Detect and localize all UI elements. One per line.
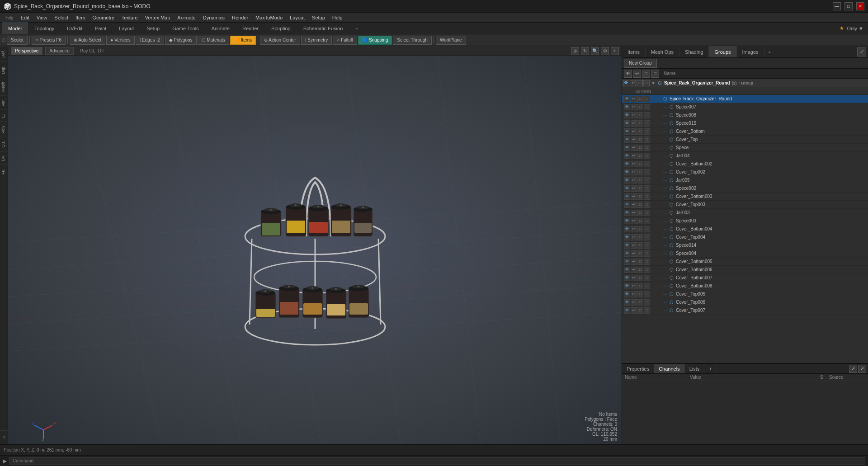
item-box-btn-2[interactable]: □ — [644, 202, 650, 208]
item-expand[interactable]: — — [663, 219, 667, 223]
root-box-btn-2[interactable]: □ — [643, 80, 650, 86]
item-box-btn-2[interactable]: □ — [644, 218, 650, 224]
item-eye-btn[interactable]: 👁 — [624, 96, 630, 102]
item-back-btn[interactable]: ↩ — [631, 161, 637, 167]
sidebar-tab-fu[interactable]: Fu. — [0, 165, 8, 178]
item-expand[interactable]: — — [663, 211, 667, 215]
rp-tab-groups[interactable]: Groups — [709, 46, 736, 57]
tree-item-spece014[interactable]: 👁 ↩ □ □ — ⬡ Spece014 — [622, 241, 868, 249]
item-eye-btn[interactable]: 👁 — [624, 153, 630, 159]
menu-setup[interactable]: Setup — [308, 13, 329, 23]
item-back-btn[interactable]: ↩ — [631, 275, 637, 281]
item-box-btn-2[interactable]: □ — [644, 177, 650, 184]
item-expand[interactable]: — — [663, 251, 667, 256]
item-box-btn-1[interactable]: □ — [637, 120, 644, 127]
item-back-btn[interactable]: ↩ — [631, 267, 637, 273]
root-back-btn[interactable]: ↩ — [630, 80, 636, 86]
sculpt-button[interactable]: Sculpt — [7, 36, 28, 45]
tree-item-spece[interactable]: 👁 ↩ □ □ — ⬡ Spece — [622, 144, 868, 152]
auto-select-button[interactable]: ⊕ Auto Select — [70, 36, 105, 45]
item-expand[interactable]: — — [663, 227, 667, 231]
item-eye-btn[interactable]: 👁 — [624, 193, 630, 200]
item-eye-btn[interactable]: 👁 — [624, 299, 630, 306]
item-eye-btn[interactable]: 👁 — [624, 161, 630, 167]
item-box-btn-2[interactable]: □ — [644, 112, 650, 118]
item-box-btn-2[interactable]: □ — [644, 96, 650, 102]
item-box-btn-2[interactable]: □ — [644, 185, 650, 192]
gi-square-btn-2[interactable]: □ — [651, 70, 659, 78]
rp-tab-shading[interactable]: Shading — [679, 46, 709, 57]
item-box-btn-2[interactable]: □ — [644, 275, 650, 281]
menu-view[interactable]: View — [33, 13, 51, 23]
item-back-btn[interactable]: ↩ — [631, 259, 637, 265]
item-back-btn[interactable]: ↩ — [631, 96, 637, 102]
item-expand[interactable]: — — [663, 276, 667, 280]
item-expand[interactable]: — — [663, 292, 667, 297]
item-box-btn-2[interactable]: □ — [644, 104, 650, 110]
item-back-btn[interactable]: ↩ — [631, 218, 637, 224]
item-expand[interactable]: — — [663, 202, 667, 207]
tree-item-cover-top004[interactable]: 👁 ↩ □ □ — ⬡ Cover_Top004 — [622, 233, 868, 241]
command-input[interactable] — [9, 457, 865, 465]
tab-model[interactable]: Model — [2, 23, 28, 34]
item-box-btn-1[interactable]: □ — [637, 307, 644, 314]
item-eye-btn[interactable]: 👁 — [624, 307, 630, 314]
item-box-btn-2[interactable]: □ — [644, 153, 650, 159]
tree-item-cover-bottom006[interactable]: 👁 ↩ □ □ — ⬡ Cover_Bottom006 — [622, 266, 868, 274]
menu-dynamics[interactable]: Dynamics — [199, 13, 228, 23]
tab-uvedit[interactable]: UVEdit — [61, 23, 89, 34]
item-back-btn[interactable]: ↩ — [631, 193, 637, 200]
tree-item-spice-rack-organizer-round[interactable]: 👁 ↩ □ □ — ⬡ Spice_Rack_Organizer_Round — [622, 95, 868, 103]
tree-item-cover-top005[interactable]: 👁 ↩ □ □ — ⬡ Cover_Top005 — [622, 290, 868, 298]
menu-file[interactable]: File — [2, 13, 17, 23]
menu-vertex-map[interactable]: Vertex Map — [142, 13, 174, 23]
item-expand[interactable]: — — [663, 146, 667, 150]
item-eye-btn[interactable]: 👁 — [624, 234, 630, 240]
item-eye-btn[interactable]: 👁 — [624, 104, 630, 110]
menu-help[interactable]: Help — [329, 13, 346, 23]
item-expand[interactable]: — — [663, 178, 667, 183]
groups-tree[interactable]: 👁 ↩ □ □ — ⬡ Spice_Rack_Organizer_Round 👁… — [622, 95, 868, 363]
rp-tab-images[interactable]: Images — [737, 46, 764, 57]
tree-item-spece007[interactable]: 👁 ↩ □ □ — ⬡ Spece007 — [622, 103, 868, 111]
item-expand[interactable]: — — [663, 113, 667, 118]
menu-texture[interactable]: Texture — [118, 13, 142, 23]
tree-item-cover-top006[interactable]: 👁 ↩ □ □ — ⬡ Cover_Top006 — [622, 298, 868, 306]
item-box-btn-2[interactable]: □ — [644, 145, 650, 151]
item-expand[interactable]: — — [663, 162, 667, 166]
maximize-button[interactable]: □ — [844, 2, 853, 10]
menu-maxtomodo[interactable]: MaxToModo — [252, 13, 286, 23]
tree-item-spece002[interactable]: 👁 ↩ □ □ — ⬡ Spece002 — [622, 184, 868, 193]
tab-scripting[interactable]: Scripting — [265, 23, 297, 34]
workplane-button[interactable]: WorkPlane — [436, 36, 466, 45]
item-expand[interactable]: — — [663, 235, 667, 240]
item-expand[interactable]: — — [663, 105, 667, 109]
tree-item-cover-bottom008[interactable]: 👁 ↩ □ □ — ⬡ Cover_Bottom008 — [622, 282, 868, 290]
item-box-btn-2[interactable]: □ — [644, 259, 650, 265]
item-back-btn[interactable]: ↩ — [631, 177, 637, 184]
tree-item-jar004[interactable]: 👁 ↩ □ □ — ⬡ Jar004 — [622, 152, 868, 160]
item-box-btn-2[interactable]: □ — [644, 137, 650, 143]
falloff-button[interactable]: ○ Falloff — [333, 36, 357, 45]
item-eye-btn[interactable]: 👁 — [624, 120, 630, 127]
brp-expand-btn[interactable]: ⤢ — [849, 365, 857, 373]
item-box-btn-1[interactable]: □ — [637, 242, 644, 249]
item-box-btn-1[interactable]: □ — [637, 112, 644, 118]
tab-layout[interactable]: Layout — [113, 23, 140, 34]
item-eye-btn[interactable]: 👁 — [624, 137, 630, 143]
item-back-btn[interactable]: ↩ — [631, 169, 637, 175]
item-eye-btn[interactable]: 👁 — [624, 275, 630, 281]
rp-tab-add[interactable]: + — [764, 46, 774, 57]
item-box-btn-1[interactable]: □ — [637, 234, 644, 240]
sidebar-tab-def[interactable]: Def. — [0, 46, 8, 61]
item-back-btn[interactable]: ↩ — [631, 242, 637, 249]
item-back-btn[interactable]: ↩ — [631, 137, 637, 143]
snapping-button[interactable]: 🔵 Snapping — [358, 36, 392, 45]
brp-tab-properties[interactable]: Properties — [622, 364, 654, 373]
item-expand[interactable]: — — [663, 268, 667, 272]
tab-render[interactable]: Render — [236, 23, 265, 34]
item-eye-btn[interactable]: 👁 — [624, 250, 630, 257]
item-back-btn[interactable]: ↩ — [631, 299, 637, 306]
tree-item-jar003[interactable]: 👁 ↩ □ □ — ⬡ Jar003 — [622, 209, 868, 217]
item-expand[interactable]: — — [663, 308, 667, 313]
